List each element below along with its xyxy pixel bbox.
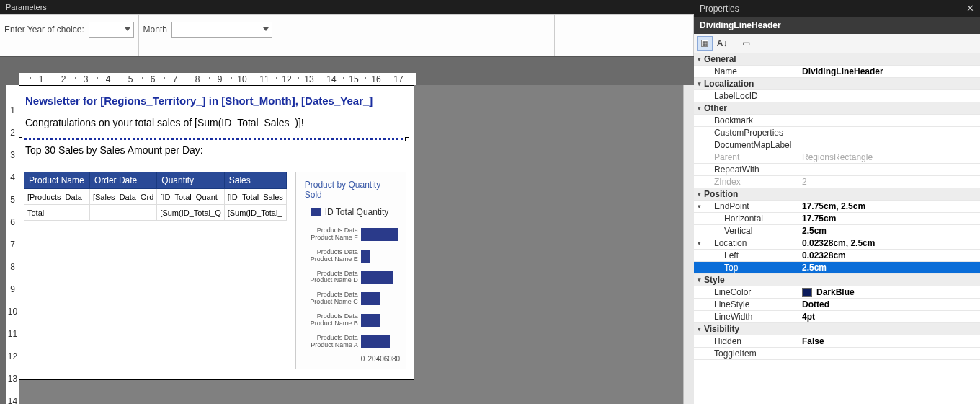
property-row[interactable]: ParentRegionsRectangle	[694, 152, 980, 164]
property-row[interactable]: LineStyleDotted	[694, 299, 980, 311]
property-row[interactable]: ▾EndPoint17.75cm, 2.5cm	[694, 201, 980, 213]
property-row[interactable]: LabelLocID	[694, 90, 980, 102]
collapse-icon[interactable]: ▾	[694, 188, 704, 200]
property-row[interactable]: Horizontal17.75cm	[694, 213, 980, 225]
param-label-year: Enter Year of choice:	[4, 25, 84, 35]
properties-grid[interactable]: ▾GeneralNameDividingLineHeader▾Localizat…	[694, 53, 980, 404]
legend-swatch-icon	[311, 208, 321, 216]
newsletter-title[interactable]: Newsletter for [Regions_Territory_] in […	[19, 90, 414, 113]
chevron-down-icon	[125, 27, 130, 32]
legend-label: ID Total Quantity	[325, 207, 389, 217]
properties-title: Properties	[700, 4, 739, 14]
alphabetical-button[interactable]: A↓	[714, 36, 730, 50]
property-category[interactable]: ▾Style	[694, 274, 980, 286]
chart-box[interactable]: Product by Quantity Sold ID Total Quanti…	[295, 172, 406, 369]
sales-table[interactable]: Product NameOrder DateQuantitySales [Pro…	[24, 172, 287, 221]
property-row[interactable]: HiddenFalse	[694, 335, 980, 348]
sort-icon: A↓	[717, 38, 728, 48]
horizontal-ruler: 1234567891011121314151617	[19, 73, 416, 85]
property-row[interactable]: Left0.02328cm	[694, 250, 980, 262]
chart-x-axis: 020406080	[361, 355, 400, 363]
collapse-icon[interactable]: ▾	[694, 274, 704, 286]
line-handle-right[interactable]	[405, 137, 409, 141]
collapse-icon[interactable]: ▾	[694, 78, 704, 89]
param-cell-empty-3	[554, 14, 694, 56]
properties-toolbar: ▦ A↓ ▭	[694, 34, 980, 53]
design-canvas[interactable]: Newsletter for [Regions_Territory_] in […	[19, 85, 683, 404]
line-handle-left[interactable]	[19, 137, 22, 141]
property-row[interactable]: Bookmark	[694, 115, 980, 127]
property-row[interactable]: ToggleItem	[694, 348, 980, 360]
property-category[interactable]: ▾Other	[694, 102, 980, 115]
dividing-line-header[interactable]	[19, 138, 408, 140]
property-row[interactable]: ▾Location0.02328cm, 2.5cm	[694, 237, 980, 250]
param-label-month: Month	[143, 25, 167, 35]
property-row[interactable]: Top2.5cm	[694, 262, 980, 274]
categorize-icon: ▦	[701, 40, 708, 47]
table-row[interactable]: Total[Sum(ID_Total_Q[Sum(ID_Total_	[24, 205, 287, 221]
property-category[interactable]: ▾Localization	[694, 78, 980, 90]
chart-legend: ID Total Quantity	[311, 207, 400, 217]
chevron-down-icon	[263, 27, 269, 32]
page-icon: ▭	[742, 38, 750, 48]
chart-bar-row: Products Data Product Name D	[305, 271, 400, 285]
chart-bar-row: Products Data Product Name F	[305, 227, 400, 242]
param-cell-empty-1	[277, 14, 416, 56]
property-row[interactable]: LineWidth4pt	[694, 311, 980, 323]
property-row[interactable]: Vertical2.5cm	[694, 225, 980, 237]
chart-bar-row: Products Data Product Name C	[305, 291, 400, 306]
chart-bars: Products Data Product Name FProducts Dat…	[305, 227, 400, 349]
property-category[interactable]: ▾General	[694, 53, 980, 66]
close-icon[interactable]: ✕	[966, 3, 974, 14]
properties-header: Properties ✕	[694, 0, 980, 17]
parameters-body: Enter Year of choice: Month	[0, 15, 694, 57]
table-header[interactable]: Product Name	[24, 172, 90, 189]
subheading-text[interactable]: Top 30 Sales by Sales Amount per Day:	[19, 141, 414, 172]
collapse-icon[interactable]: ▾	[694, 102, 704, 114]
param-cell-year: Enter Year of choice:	[0, 14, 139, 56]
vertical-ruler: 1234567891011121314	[6, 85, 19, 404]
chart-title: Product by Quantity Sold	[305, 180, 400, 200]
properties-object-name[interactable]: DividingLineHeader	[694, 17, 980, 34]
param-cell-month: Month	[138, 14, 278, 56]
chart-bar-row: Products Data Product Name B	[305, 313, 400, 328]
report-page[interactable]: Newsletter for [Regions_Territory_] in […	[19, 85, 414, 380]
categorized-button[interactable]: ▦	[697, 36, 713, 50]
property-category[interactable]: ▾Visibility	[694, 323, 980, 335]
property-pages-button[interactable]: ▭	[738, 36, 754, 50]
chart-bar-row: Products Data Product Name A	[305, 335, 400, 349]
parameters-header: Parameters	[0, 0, 694, 15]
table-row[interactable]: [Products_Data_[Sales_Data_Ord[ID_Total_…	[24, 189, 287, 205]
param-input-year[interactable]	[89, 22, 134, 38]
vertical-scrollbar[interactable]	[683, 85, 694, 404]
property-row[interactable]: CustomProperties	[694, 127, 980, 139]
property-row[interactable]: LineColorDarkBlue	[694, 286, 980, 299]
table-header[interactable]: Quantity	[157, 172, 224, 189]
chart-bar-row: Products Data Product Name E	[305, 249, 400, 263]
collapse-icon[interactable]: ▾	[694, 323, 704, 335]
color-swatch-icon	[802, 288, 812, 297]
table-header[interactable]: Order Date	[89, 172, 156, 189]
property-row[interactable]: ZIndex2	[694, 176, 980, 188]
collapse-icon[interactable]: ▾	[694, 53, 704, 65]
property-row[interactable]: DocumentMapLabel	[694, 139, 980, 152]
property-row[interactable]: RepeatWith	[694, 164, 980, 176]
property-row[interactable]: NameDividingLineHeader	[694, 66, 980, 78]
table-header[interactable]: Sales	[224, 172, 286, 189]
param-cell-empty-2	[416, 14, 556, 56]
property-category[interactable]: ▾Position	[694, 188, 980, 201]
param-input-month[interactable]	[172, 22, 272, 38]
congrats-text[interactable]: Congratulations on your total sales of […	[19, 113, 414, 138]
